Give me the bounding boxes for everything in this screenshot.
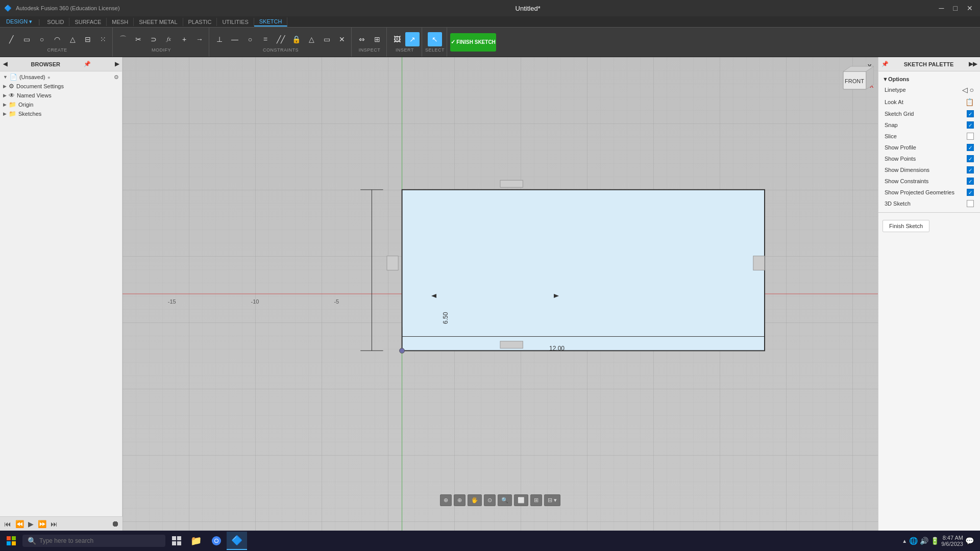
tab-mesh[interactable]: MESH: [107, 18, 134, 26]
show-projected-checkbox[interactable]: ✓: [967, 189, 974, 196]
show-profile-row[interactable]: Show Profile ✓: [878, 142, 980, 153]
slot-tool[interactable]: ⊟: [81, 32, 95, 46]
horizontal-constraint[interactable]: —: [228, 32, 242, 46]
start-btn[interactable]: [2, 532, 20, 550]
tab-surface[interactable]: SURFACE: [69, 18, 107, 26]
select-tool[interactable]: ↖: [428, 32, 442, 46]
fusion360-taskbar-btn[interactable]: 🔷: [227, 532, 247, 550]
options-section[interactable]: ▼ Options: [878, 74, 980, 84]
show-points-row[interactable]: Show Points ✓: [878, 153, 980, 164]
network-icon[interactable]: 🌐: [909, 537, 918, 545]
file-explorer-btn[interactable]: 📁: [186, 532, 206, 550]
arc-tool[interactable]: ◠: [50, 32, 64, 46]
3d-sketch-row[interactable]: 3D Sketch: [878, 198, 980, 209]
grid-tool[interactable]: ⊞: [370, 32, 384, 46]
tangent-constraint[interactable]: ○: [243, 32, 257, 46]
formula-tool[interactable]: 𝑓𝑥: [162, 32, 176, 46]
sketch-tool[interactable]: ↗: [405, 32, 420, 46]
show-projected-row[interactable]: Show Projected Geometries ✓: [878, 187, 980, 198]
show-profile-checkbox[interactable]: ✓: [967, 144, 974, 151]
show-constraints-row[interactable]: Show Constraints ✓: [878, 176, 980, 187]
snap-checkbox[interactable]: ✓: [967, 121, 974, 129]
lock-constraint[interactable]: 🔒: [289, 32, 303, 46]
look-at-icon[interactable]: 📋: [965, 98, 974, 106]
arrow-tool[interactable]: →: [192, 32, 207, 46]
step-forward-btn[interactable]: ⏩: [37, 519, 47, 529]
slice-row[interactable]: Slice: [878, 131, 980, 142]
clock[interactable]: 8:47 AM 9/6/2023: [941, 535, 963, 547]
settings-icon[interactable]: ⚙: [114, 74, 119, 81]
notification-icon[interactable]: 💬: [965, 537, 974, 545]
play-btn[interactable]: ▶: [27, 519, 35, 529]
volume-icon[interactable]: 🔊: [920, 537, 928, 545]
plus-tool[interactable]: +: [177, 32, 191, 46]
tab-solid[interactable]: SOLID: [42, 18, 69, 26]
rectangle-tool[interactable]: ▭: [19, 32, 34, 46]
image-tool[interactable]: 🖼: [390, 32, 404, 46]
tray-expand-icon[interactable]: ▲: [902, 538, 907, 544]
browser-item-doc-settings[interactable]: ▶ ⚙ Document Settings: [0, 82, 122, 91]
triangle-tool[interactable]: △: [65, 32, 80, 46]
canvas-area[interactable]: -15 -10 -5 5 12.00 6.50: [122, 57, 878, 531]
finish-sketch-btn[interactable]: ✓ FINISH SKETCH: [450, 33, 496, 52]
measure-tool[interactable]: ⇔: [355, 32, 369, 46]
show-constraints-checkbox[interactable]: ✓: [967, 178, 974, 185]
tab-sheet-metal[interactable]: SHEET METAL: [134, 18, 183, 26]
viewport-mode-btn[interactable]: ⬜: [514, 494, 528, 506]
rect-constraint[interactable]: ▭: [320, 32, 334, 46]
palette-expand-icon[interactable]: ▶▶: [969, 61, 977, 67]
palette-pin-icon[interactable]: 📌: [881, 61, 889, 67]
linetype-circle-icon[interactable]: ○: [970, 86, 974, 94]
browser-item-unsaved[interactable]: ▼ 📄 (Unsaved) ● ⚙: [0, 72, 122, 82]
offset-tool[interactable]: ⊃: [146, 32, 161, 46]
pan-btn[interactable]: ⊕: [454, 494, 465, 506]
pattern-tool[interactable]: ⁙: [96, 32, 110, 46]
view-cube[interactable]: Y X FRONT: [833, 61, 874, 102]
browser-expand-icon[interactable]: ▶: [115, 61, 119, 67]
linetype-solid-icon[interactable]: ◁: [962, 86, 968, 94]
trim-tool[interactable]: ✂: [131, 32, 145, 46]
fix-constraint[interactable]: ⊥: [212, 32, 227, 46]
browser-item-sketches[interactable]: ▶ 📁 Sketches: [0, 109, 122, 118]
design-dropdown[interactable]: DESIGN ▾: [2, 15, 36, 29]
finish-sketch-palette-btn[interactable]: Finish Sketch: [883, 220, 929, 232]
goto-start-btn[interactable]: ⏮: [3, 519, 12, 529]
browser-collapse-icon[interactable]: ◀: [3, 61, 7, 67]
battery-icon[interactable]: 🔋: [930, 537, 939, 545]
task-view-btn[interactable]: [167, 532, 186, 550]
zoom-btn[interactable]: 🔍: [498, 494, 512, 506]
close-btn[interactable]: ✕: [964, 3, 976, 13]
sym-constraint[interactable]: △: [304, 32, 318, 46]
equal-constraint[interactable]: =: [258, 32, 273, 46]
restore-btn[interactable]: □: [950, 3, 961, 13]
browser-pin-icon[interactable]: 📌: [84, 61, 91, 67]
slice-checkbox[interactable]: [967, 133, 974, 140]
step-back-btn[interactable]: ⏪: [14, 519, 25, 529]
browser-item-origin[interactable]: ▶ 📁 Origin: [0, 100, 122, 109]
show-points-checkbox[interactable]: ✓: [967, 155, 974, 162]
fillet-tool[interactable]: ⌒: [116, 32, 130, 46]
browser-item-named-views[interactable]: ▶ 👁 Named Views: [0, 91, 122, 100]
sketch-grid-checkbox[interactable]: ✓: [967, 110, 974, 117]
chrome-btn[interactable]: [206, 532, 227, 550]
tab-sketch[interactable]: SKETCH: [254, 17, 288, 27]
tab-plastic[interactable]: PLASTIC: [183, 18, 217, 26]
grid-display-btn[interactable]: ⊞: [530, 494, 542, 506]
line-tool[interactable]: ╱: [4, 32, 18, 46]
orbit-btn[interactable]: ⊕: [440, 494, 452, 506]
show-dimensions-row[interactable]: Show Dimensions ✓: [878, 164, 980, 176]
display-settings-btn[interactable]: ⊟ ▾: [544, 494, 560, 506]
3d-sketch-checkbox[interactable]: [967, 200, 974, 207]
circle-tool[interactable]: ○: [35, 32, 49, 46]
perp-constraint[interactable]: ✕: [335, 32, 349, 46]
tab-utilities[interactable]: UTILITIES: [217, 18, 254, 26]
sketch-grid-row[interactable]: Sketch Grid ✓: [878, 108, 980, 119]
show-dimensions-checkbox[interactable]: ✓: [967, 166, 974, 173]
search-input[interactable]: [39, 537, 141, 544]
taskbar-search[interactable]: 🔍: [22, 535, 165, 547]
minimize-btn[interactable]: ─: [936, 3, 947, 13]
goto-end-btn[interactable]: ⏭: [50, 519, 59, 529]
snap-row[interactable]: Snap ✓: [878, 119, 980, 131]
parallel-constraint[interactable]: ╱╱: [274, 32, 288, 46]
look-btn[interactable]: ⊙: [484, 494, 496, 506]
